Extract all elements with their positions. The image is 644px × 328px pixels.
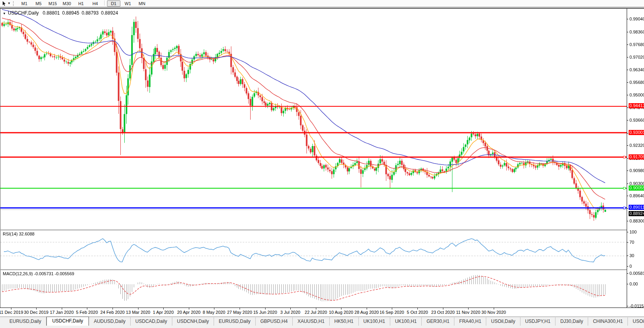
price-tick-label: 0.95000 (629, 93, 644, 97)
date-tick-mark (417, 308, 418, 309)
timeframe-button-h1[interactable]: H1 (74, 0, 88, 7)
timeframe-button-d1[interactable]: D1 (107, 0, 120, 7)
macd-title: MACD(12,26,9) -0.005731 -0.005569 (3, 271, 74, 276)
pointer-tool-icon[interactable] (1, 0, 7, 6)
chart-tab-bar: EURUSD,DailyUSDCHF,DailyAUDUSD,DailyUSDC… (0, 317, 644, 326)
rsi-tick-label: 70 (629, 240, 634, 245)
date-tick-mark (392, 308, 392, 309)
chart-tab-eurusd-daily-0[interactable]: EURUSD,Daily (5, 317, 46, 326)
price-tick-mark (627, 44, 628, 45)
timeframe-button-m5[interactable]: M5 (32, 0, 45, 7)
price-tick-label: 0.99040 (629, 17, 644, 21)
price-tick-label: 0.97680 (629, 42, 644, 47)
chart-tab-ger30-h1-11[interactable]: GER30,H1 (422, 317, 454, 326)
macd-tick-mark (627, 306, 628, 306)
timeframe-button-m30[interactable]: M30 (60, 0, 74, 7)
price-tick-mark (627, 208, 628, 209)
rsi-chart[interactable] (0, 230, 627, 269)
rsi-panel: RSI(14) 32.6088 (0, 230, 627, 269)
date-axis[interactable]: 11 Dec 201930 Dec 201917 Jan 20205 Feb 2… (0, 308, 627, 317)
rsi-tick-label: 100 (629, 230, 637, 234)
chart-tab-gbpusd-h4-6[interactable]: GBPUSD,H4 (256, 317, 293, 326)
price-tick-mark (627, 158, 628, 159)
chart-tab-hk50-h1-8[interactable]: HK50,H1 (330, 317, 359, 326)
chart-tab-usdjpy-h1-14[interactable]: USDJPY,H1 (520, 317, 555, 326)
date-tick-mark (265, 308, 266, 309)
timeframe-button-mn[interactable]: MN (135, 0, 149, 7)
chart-symbol-label: USDCHF,Daily (8, 10, 39, 16)
chart-tab-xauusd-h1-7[interactable]: XAUUSD,H1 (293, 317, 330, 326)
price-tick-mark (627, 95, 628, 95)
chart-tab-usdchf-daily-1[interactable]: USDCHF,Daily (46, 317, 89, 326)
timeframe-buttons: M1M5M15M30H1H4D1W1MN (17, 0, 149, 7)
timeframe-toolbar: ▼ M1M5M15M30H1H4D1W1MN (0, 0, 644, 7)
chart-tab-eurusd-daily-5[interactable]: EURUSD,Daily (214, 317, 256, 326)
price-tick-mark (627, 19, 628, 19)
ohlc-close: 0.88924 (101, 10, 118, 16)
date-tick-label: 30 Nov 2020 (476, 310, 511, 315)
timeframe-button-h4[interactable]: H4 (89, 0, 102, 7)
macd-panel: MACD(12,26,9) -0.005731 -0.005569 (0, 270, 627, 308)
price-tick-label: 0.95680 (629, 80, 644, 85)
price-tick-mark (627, 70, 628, 70)
price-tick-label: 0.96340 (629, 67, 644, 72)
chart-title: ▼USDCHF,Daily0.888010.889450.887930.8892… (3, 10, 120, 16)
price-tick-mark (627, 145, 628, 146)
chart-tab-usoil-daily-13[interactable]: USOil,Daily (486, 317, 520, 326)
chart-tab-usoil-h1-17[interactable]: USOil,H1 (628, 317, 644, 326)
date-tick-mark (138, 308, 138, 309)
macd-tick-mark (627, 284, 628, 284)
price-tick-mark (627, 133, 628, 133)
chart-tab-fra40-h1-12[interactable]: FRA40,H1 (454, 317, 486, 326)
date-tick-mark (11, 308, 11, 309)
chart-tab-uk100-h1-9[interactable]: UK100,H1 (359, 317, 390, 326)
macd-tick-label: 0.005818 (629, 271, 644, 276)
ohlc-low: 0.88793 (81, 10, 98, 16)
level-price-label[interactable]: 0.90055 (629, 185, 644, 191)
price-tick-label: 0.98360 (629, 30, 644, 34)
macd-chart[interactable] (0, 270, 627, 308)
ohlc-open: 0.88801 (43, 10, 60, 16)
chart-tab-audusd-daily-2[interactable]: AUDUSD,Daily (89, 317, 131, 326)
timeframe-button-m15[interactable]: M15 (46, 0, 59, 7)
chart-tab-uk100-h1-10[interactable]: UK100,H1 (390, 317, 422, 326)
price-tick-label: 0.92320 (629, 143, 644, 148)
price-tick-mark (627, 221, 628, 221)
chart-tab-china300-h1-16[interactable]: CHINA300,H1 (588, 317, 628, 326)
chart-tabs: EURUSD,DailyUSDCHF,DailyAUDUSD,DailyUSDC… (5, 317, 644, 326)
price-tick-mark (627, 196, 628, 196)
chart-tab-usdcnh-daily-4[interactable]: USDCNH,Daily (172, 317, 214, 326)
mt4-terminal: ▼ M1M5M15M30H1H4D1W1MN ▼USDCHF,Daily0.88… (0, 0, 644, 328)
price-tick-label: 0.93660 (629, 118, 644, 122)
date-tick-mark (163, 308, 164, 309)
date-tick-mark (494, 308, 494, 309)
level-price-label[interactable]: 0.89011 (629, 205, 644, 210)
chart-tab-usdcad-daily-3[interactable]: USDCAD,Daily (131, 317, 172, 326)
price-tick-label: 0.97020 (629, 55, 644, 59)
date-tick-mark (113, 308, 113, 309)
candlestick-chart[interactable] (0, 9, 627, 230)
price-tick-mark (627, 120, 628, 120)
pointer-tool-dropdown-icon[interactable]: ▼ (7, 2, 11, 5)
timeframe-button-w1[interactable]: W1 (121, 0, 135, 7)
rsi-tick-mark (627, 242, 628, 243)
price-tick-label: 0.90980 (629, 168, 644, 173)
chart-tab-dj30-daily-15[interactable]: DJ30,Daily (555, 317, 588, 326)
price-scale[interactable]: 0.990400.983600.976800.970200.963400.956… (627, 9, 644, 308)
current-price-label: 0.88924 (629, 211, 644, 216)
price-tick-mark (627, 170, 628, 171)
toolbar-grip (13, 1, 15, 6)
date-tick-mark (290, 308, 291, 309)
price-tick-mark (627, 107, 628, 108)
timeframe-button-m1[interactable]: M1 (18, 0, 31, 7)
date-tick-mark (341, 308, 341, 309)
price-tick-mark (627, 32, 628, 32)
level-price-label[interactable]: 0.91709 (629, 154, 644, 159)
level-price-label[interactable]: 0.93001 (629, 130, 644, 135)
ohlc-high: 0.88945 (62, 10, 79, 16)
date-tick-mark (367, 308, 367, 309)
rsi-tick-label: 30 (629, 253, 634, 258)
chart-dropdown-icon[interactable]: ▼ (3, 12, 6, 15)
rsi-tick-mark (627, 256, 628, 256)
level-price-label[interactable]: 0.94413 (629, 103, 644, 108)
